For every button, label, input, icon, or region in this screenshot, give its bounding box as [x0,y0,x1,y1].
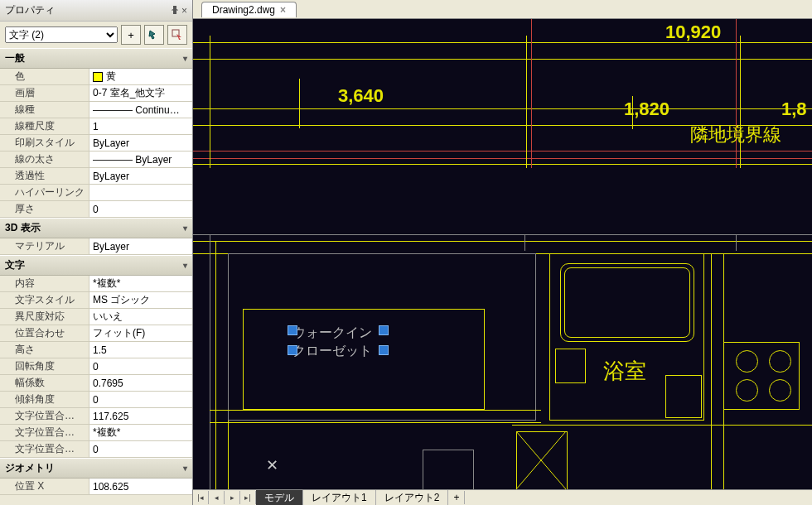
prop-justify-label: 位置合わせ [0,325,89,341]
panel-title-text: プロパティ [5,3,55,17]
autohide-icon[interactable] [170,5,180,15]
section-general[interactable]: 一般▾ [0,48,192,69]
prop-material-label: マテリアル [0,238,89,254]
object-type-select[interactable]: 文字 (2) [5,26,118,43]
layout-tabbar: |◂ ◂ ▸ ▸| モデル レイアウト1 レイアウト2 + [193,489,812,505]
prop-thickness-label: 厚さ [0,201,89,217]
panel-titlebar: プロパティ × [0,0,192,22]
section-3dview[interactable]: 3D 表示▾ [0,218,192,238]
point-marker-icon: ✕ [266,456,278,474]
object-type-row: 文字 (2) + [0,22,192,48]
tab-first-button[interactable]: |◂ [193,491,209,504]
prop-contents-value[interactable]: *複数* [89,276,192,291]
prop-widthfactor-value[interactable]: 0.7695 [89,375,192,391]
tab-next-button[interactable]: ▸ [225,491,240,504]
prop-hyperlink-value[interactable] [89,185,192,200]
prop-lineweight-label: 線の太さ [0,152,89,167]
prop-posx-label: 位置 X [0,479,89,494]
prop-rotation-label: 回転角度 [0,358,89,374]
prop-transparency-value[interactable]: ByLayer [89,168,192,184]
selected-text[interactable]: ウォークインクローゼット [292,324,372,360]
prop-lineweight-value[interactable]: ———— ByLayer [89,152,192,167]
prop-color-value[interactable]: 黄 [89,69,192,84]
grip-handle[interactable] [288,345,297,355]
prop-contents-label: 内容 [0,276,89,291]
chevron-down-icon: ▾ [183,464,187,473]
grip-handle[interactable] [379,325,389,335]
boundary-text: 隣地境界線 [690,123,781,147]
prop-linetype-label: 線種 [0,102,89,118]
prop-alignz-label: 文字位置合… [0,441,89,457]
prop-layer-label: 画層 [0,85,89,101]
prop-style-label: 文字スタイル [0,292,89,308]
prop-posx-value[interactable]: 108.625 [89,479,192,494]
prop-annotative-value[interactable]: いいえ [89,309,192,325]
prop-ltscale-label: 線種尺度 [0,118,89,134]
document-tabbar: Drawing2.dwg × [193,0,812,19]
prop-alignx-value[interactable]: 117.625 [89,408,192,424]
grip-handle[interactable] [288,325,297,335]
chevron-down-icon: ▾ [183,261,187,270]
dimension-text: 1,8 [781,99,807,120]
prop-alignx-label: 文字位置合… [0,408,89,424]
chevron-down-icon: ▾ [183,224,187,233]
properties-panel: プロパティ × 文字 (2) + 一般▾ 色黄 [0,0,193,505]
prop-oblique-label: 傾斜角度 [0,392,89,407]
prop-ltscale-value[interactable]: 1 [89,118,192,134]
section-geometry[interactable]: ジオメトリ▾ [0,458,192,479]
prop-linetype-value[interactable]: ———— Continu… [89,102,192,118]
prop-oblique-value[interactable]: 0 [89,392,192,407]
prop-justify-value[interactable]: フィット(F) [89,325,192,341]
tab-prev-button[interactable]: ◂ [209,491,225,504]
prop-plotstyle-label: 印刷スタイル [0,135,89,151]
prop-rotation-value[interactable]: 0 [89,358,192,374]
prop-alignz-value[interactable]: 0 [89,441,192,457]
drawing-canvas[interactable]: 10,920 3,640 1,820 1,8 隣地境界線 [193,19,812,489]
prop-hyperlink-label: ハイパーリンク [0,185,89,200]
layout-tab-layout1[interactable]: レイアウト1 [303,490,376,506]
prop-annotative-label: 異尺度対応 [0,309,89,325]
prop-height-value[interactable]: 1.5 [89,342,192,358]
dimension-text: 1,820 [624,99,669,120]
select-objects-button[interactable] [144,25,164,45]
prop-layer-value[interactable]: 0-7 室名_他文字 [89,85,192,101]
prop-thickness-value[interactable]: 0 [89,201,192,217]
prop-color-label: 色 [0,69,89,84]
grip-handle[interactable] [379,345,389,355]
prop-transparency-label: 透過性 [0,168,89,184]
section-text[interactable]: 文字▾ [0,255,192,276]
dimension-text: 3,640 [338,85,384,107]
prop-aligny-label: 文字位置合… [0,425,89,440]
prop-aligny-value[interactable]: *複数* [89,425,192,440]
prop-style-value[interactable]: MS ゴシック [89,292,192,308]
dimension-text: 10,920 [665,22,721,43]
prop-plotstyle-value[interactable]: ByLayer [89,135,192,151]
prop-height-label: 高さ [0,342,89,358]
prop-widthfactor-label: 幅係数 [0,375,89,391]
document-tab[interactable]: Drawing2.dwg × [201,2,297,17]
close-icon[interactable]: × [181,5,187,17]
document-tab-label: Drawing2.dwg [212,4,275,16]
layout-tab-layout2[interactable]: レイアウト2 [376,490,449,506]
prop-material-value[interactable]: ByLayer [89,238,192,254]
tab-last-button[interactable]: ▸| [240,491,256,504]
toggle-pickadd-button[interactable]: + [121,25,141,45]
quick-select-button[interactable] [167,25,187,45]
color-swatch-icon [93,72,103,82]
layout-tab-add[interactable]: + [448,491,465,504]
room-label-bath: 浴室 [603,357,646,386]
layout-tab-model[interactable]: モデル [256,490,303,506]
close-icon[interactable]: × [280,4,286,16]
chevron-down-icon: ▾ [183,54,187,63]
